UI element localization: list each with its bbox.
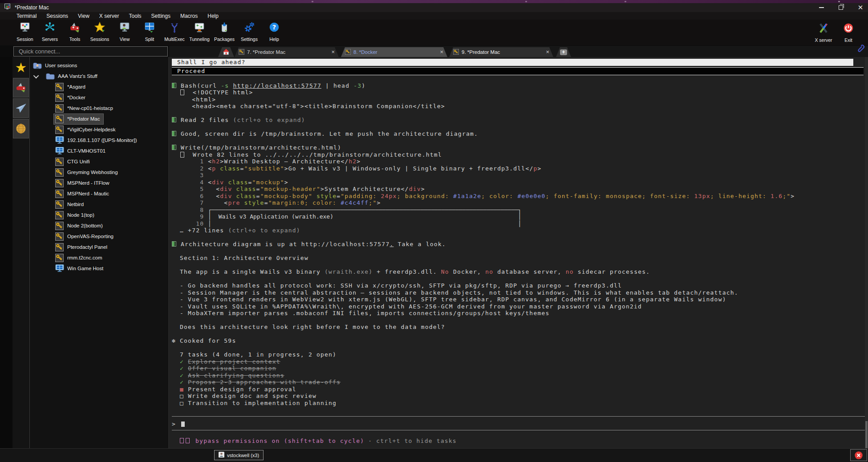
toolbar-tools-button[interactable]: Tools [62, 20, 87, 42]
toolbar-exit-button[interactable]: Exit [836, 20, 861, 43]
paper-plane-icon[interactable] [13, 98, 29, 118]
view-monitor-person-icon [119, 20, 130, 34]
tab-label: 7. *Predator Mac [247, 49, 285, 55]
tree-item-icon [55, 179, 64, 187]
terminal-line: <head><meta charset="utf-8"><title>Brain… [172, 103, 865, 110]
toolbar-split-button[interactable]: Split [137, 20, 162, 42]
minimize-button[interactable] [818, 4, 824, 11]
star-icon [94, 20, 105, 34]
tree-item[interactable]: Node 1(top) [30, 210, 168, 220]
paperclip-icon[interactable] [855, 44, 866, 57]
menu-settings[interactable]: Settings [146, 13, 175, 19]
terminal-line: ✓ Propose 2-3 approaches with trade-offs [172, 379, 865, 386]
tree-item[interactable]: MSPNerd - ITFlow [30, 178, 168, 188]
session-tree: User sessions AAA Vantz's Stuff *Asgard … [30, 57, 168, 449]
tree-item-label: Node 1(top) [67, 212, 94, 218]
tree-item-icon [55, 126, 64, 134]
proceed-option-selected[interactable]: Proceed [172, 67, 864, 75]
tree-item[interactable]: CTG Unifi [30, 156, 168, 167]
toolbar-multiexec-button[interactable]: MultiExec [162, 20, 187, 42]
tree-item[interactable]: Pterodactyl Panel [30, 242, 168, 252]
tree-item[interactable]: *New-cp01-heistacp [30, 103, 168, 113]
tree-item-icon [55, 93, 64, 102]
scrollbar-thumb[interactable] [865, 421, 868, 449]
tab-close-icon[interactable]: × [331, 49, 335, 55]
tree-item[interactable]: Win Game Host [30, 263, 168, 274]
new-tab-button[interactable]: + [556, 47, 571, 57]
terminal-line: Write(/tmp/brainstorm/architecture.html) [172, 144, 865, 151]
tab-docker-8[interactable]: 8. *Docker × [341, 47, 447, 57]
terminal-line: <html> [172, 96, 865, 103]
menu-sessions[interactable]: Sessions [41, 13, 73, 19]
toolbar-sessions-button[interactable]: Sessions [87, 20, 112, 42]
tree-item[interactable]: MSPNerd - Mautic [30, 188, 168, 199]
terminal-prompt[interactable]: > [172, 421, 865, 428]
toolbar-settings-button[interactable]: Settings [237, 20, 262, 42]
favorites-star-icon[interactable]: ★ [13, 60, 28, 76]
chevron-down-icon[interactable] [32, 74, 44, 78]
tree-item[interactable]: AAA Vantz's Stuff [30, 71, 168, 81]
toolbar-session-button[interactable]: Session [12, 20, 37, 42]
tree-item[interactable]: *Docker [30, 92, 168, 103]
menu-view[interactable]: View [73, 13, 94, 19]
tree-item[interactable]: User sessions [30, 60, 168, 71]
tree-item[interactable]: 192.168.1.107 ([UPS-Monitor]) [30, 135, 168, 146]
tree-item[interactable]: Node 2(bottom) [30, 220, 168, 231]
tree-item-label: 192.168.1.107 ([UPS-Monitor]) [67, 138, 137, 143]
tree-item[interactable]: Greyming Webhosting [30, 167, 168, 178]
terminal-line: ✓ Explore project context [172, 358, 865, 365]
toolbar-servers-button[interactable]: Servers [37, 20, 62, 42]
tab-predator-mac-9[interactable]: 9. *Predator Mac × [449, 47, 553, 57]
close-all-button[interactable] [850, 449, 867, 461]
background-window-strip [0, 0, 868, 3]
tree-item[interactable]: OpenVAS-Reporting [30, 231, 168, 242]
terminal-scrollbar[interactable] [865, 57, 868, 449]
tab-home[interactable] [218, 47, 234, 57]
tree-item[interactable]: rmm.t2cnc.com [30, 252, 168, 263]
tree-item[interactable]: *VigilCyber-Helpdesk [30, 124, 168, 135]
terminal-line: Does this architecture look right before… [172, 324, 865, 331]
toolbar-tunneling-button[interactable]: Tunneling [187, 20, 212, 42]
fast-forward-glyph [186, 438, 190, 443]
input-box-rule [172, 430, 865, 434]
terminal-line: - MobaXTerm importer parses .mobaconf IN… [172, 310, 865, 317]
quick-connect-input[interactable]: Quick connect... [13, 46, 168, 57]
restore-button[interactable] [838, 4, 844, 11]
terminal-line: Good, screen dir is /tmp/brainstorm. Let… [172, 130, 865, 138]
packages-download-icon [219, 20, 230, 34]
tree-item-label: Netbird [67, 202, 84, 207]
tab-label: 9. *Predator Mac [462, 49, 500, 55]
user-session-chip[interactable]: vstockwell (x3) [214, 450, 264, 460]
tree-item-icon [55, 168, 64, 177]
tab-close-icon[interactable]: × [440, 49, 443, 55]
tunneling-monitor-arrows-icon [194, 20, 205, 34]
terminal-line: 9 │ Wails v3 Application (wraith.exe) │ [172, 213, 865, 220]
key-session-icon [345, 49, 351, 56]
tab-close-icon[interactable]: × [546, 49, 549, 55]
menu-xserver[interactable]: X server [94, 13, 124, 19]
menu-tools[interactable]: Tools [124, 13, 146, 19]
toolbar-packages-button[interactable]: Packages [212, 20, 237, 42]
toolbar-xserver-button[interactable]: X server [811, 20, 836, 43]
toolbar-help-button[interactable]: ? Help [262, 20, 287, 42]
tab-predator-mac-7[interactable]: 7. *Predator Mac × [235, 47, 339, 57]
menu-help[interactable]: Help [203, 13, 223, 19]
tree-item[interactable]: *Predator Mac [30, 113, 168, 124]
toolbar: Session Servers Tools Sessions View Spli… [0, 20, 868, 45]
close-button[interactable]: ✕ [857, 4, 864, 11]
tree-item[interactable]: Netbird [30, 199, 168, 210]
globe-icon[interactable] [13, 119, 29, 138]
swiss-knife-tools-icon[interactable] [13, 78, 29, 97]
tree-item[interactable]: *Asgard [30, 81, 168, 92]
toolbar-view-button[interactable]: View [112, 20, 137, 42]
terminal[interactable]: Shall I go ahead?Proceed Bash(curl -s ht… [169, 57, 865, 449]
tree-item[interactable]: CLT-VMHOST01 [30, 146, 168, 156]
menu-terminal[interactable]: Terminal [12, 13, 41, 19]
plus-icon: + [560, 49, 567, 55]
terminal-line: 10 │ │ [172, 220, 865, 227]
tool-bullet-icon [172, 241, 176, 247]
terminal-line: □ Transition to implementation planning [172, 400, 865, 407]
menu-macros[interactable]: Macros [175, 13, 203, 19]
terminal-line: 4 <div class="mockup"> [172, 179, 865, 186]
terminal-line: ✻ Cooked for 59s [172, 337, 865, 344]
